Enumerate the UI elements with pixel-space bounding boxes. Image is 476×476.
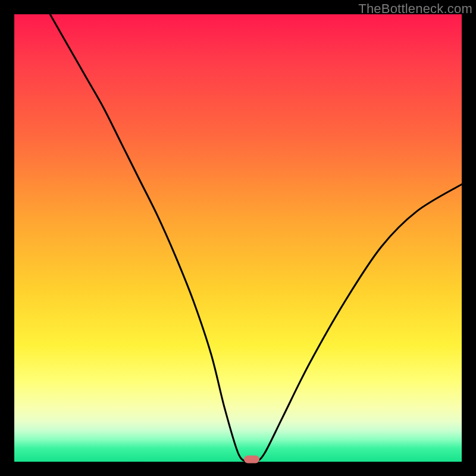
plot-area	[14, 14, 462, 462]
bottleneck-curve	[14, 14, 462, 462]
optimum-marker	[244, 456, 259, 464]
chart-frame: TheBottleneck.com	[0, 0, 476, 476]
